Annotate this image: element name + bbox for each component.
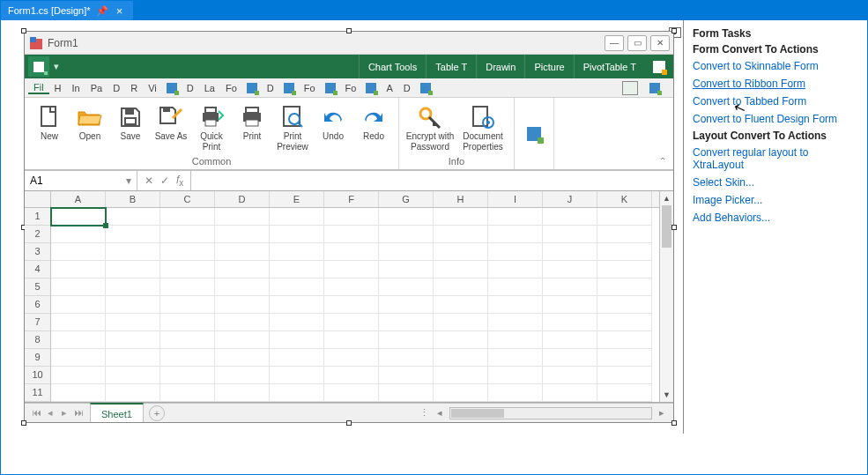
save-button[interactable]: Save [111, 101, 150, 154]
row-header[interactable]: 10 [25, 367, 51, 384]
cell[interactable] [51, 278, 106, 296]
close-button[interactable]: ✕ [650, 35, 670, 51]
horizontal-scrollbar[interactable] [449, 407, 652, 419]
cell[interactable] [324, 367, 379, 384]
col-header[interactable]: E [270, 191, 324, 207]
vertical-scrollbar[interactable]: ▲ ▼ [659, 191, 673, 402]
cell[interactable] [160, 349, 215, 367]
cell[interactable] [379, 278, 434, 296]
hscroll-right-icon[interactable]: ▸ [656, 407, 668, 419]
cell[interactable] [215, 331, 270, 349]
cell[interactable] [434, 314, 488, 331]
select-all-corner[interactable] [25, 191, 51, 207]
scroll-up-icon[interactable]: ▲ [660, 191, 673, 205]
cell[interactable] [324, 331, 379, 349]
minimize-button[interactable]: — [605, 35, 624, 51]
link-image-picker[interactable]: Image Picker... [684, 191, 867, 209]
cell[interactable] [270, 296, 324, 314]
row-header[interactable]: 8 [25, 331, 51, 349]
cell[interactable] [324, 278, 379, 296]
cell[interactable] [597, 367, 652, 384]
cell[interactable] [270, 208, 324, 226]
cell[interactable] [434, 384, 488, 402]
cell[interactable] [51, 314, 106, 331]
cell[interactable] [434, 331, 488, 349]
link-add-behaviors[interactable]: Add Behaviors... [684, 209, 867, 226]
cell[interactable] [160, 367, 215, 384]
cell[interactable] [160, 314, 215, 331]
col-header[interactable]: D [215, 191, 270, 207]
cell[interactable] [434, 243, 488, 261]
cell[interactable] [379, 384, 434, 402]
cell[interactable] [160, 384, 215, 402]
col-header[interactable]: G [379, 191, 434, 207]
fx-icon[interactable]: fx [176, 174, 183, 188]
cell[interactable] [324, 384, 379, 402]
cell[interactable] [543, 261, 597, 278]
cell[interactable] [543, 296, 597, 314]
formula-input[interactable] [191, 171, 673, 190]
cell[interactable] [215, 226, 270, 243]
cell[interactable] [51, 261, 106, 278]
form-window[interactable]: Form1 — ▭ ✕ ▾ Chart Tools Table T Drawin… [24, 31, 674, 423]
cell[interactable] [488, 261, 543, 278]
ctx-tab-d[interactable]: D [182, 83, 199, 93]
file-dropdown-button[interactable] [28, 56, 49, 77]
cancel-formula-icon[interactable]: ✕ [145, 174, 153, 187]
cell[interactable] [488, 226, 543, 243]
scroll-thumb[interactable] [662, 205, 671, 248]
row-header[interactable]: 5 [25, 278, 51, 296]
cell[interactable] [488, 384, 543, 402]
cell[interactable] [106, 278, 160, 296]
link-fluent-form[interactable]: Convert to Fluent Design Form [684, 110, 867, 128]
link-skinnable-form[interactable]: Convert to Skinnable Form [684, 57, 867, 75]
cell[interactable] [51, 349, 106, 367]
cell[interactable] [270, 243, 324, 261]
cell[interactable] [51, 208, 106, 226]
col-header[interactable]: H [434, 191, 488, 207]
design-surface[interactable]: ▸ Form1 — ▭ ✕ [1, 20, 683, 434]
cell[interactable] [270, 314, 324, 331]
cell[interactable] [160, 226, 215, 243]
save-as-button[interactable]: Save As [152, 101, 190, 154]
cell[interactable] [106, 261, 160, 278]
cell[interactable] [379, 296, 434, 314]
scroll-grip-icon[interactable]: ⋮ [418, 407, 430, 419]
cell[interactable] [379, 349, 434, 367]
cell[interactable] [597, 314, 652, 331]
cell[interactable] [160, 208, 215, 226]
col-header[interactable]: J [543, 191, 597, 207]
cell[interactable] [106, 314, 160, 331]
cell[interactable] [488, 243, 543, 261]
ctx-tab-a[interactable]: A [381, 83, 397, 93]
cell[interactable] [215, 278, 270, 296]
cell[interactable] [160, 243, 215, 261]
cell[interactable] [215, 367, 270, 384]
cell[interactable] [215, 349, 270, 367]
add-page-icon-3[interactable] [281, 81, 297, 95]
tab-file[interactable]: Fil [28, 82, 49, 94]
cell[interactable] [324, 208, 379, 226]
encrypt-button[interactable]: Encrypt with Password [404, 101, 456, 154]
cell[interactable] [597, 331, 652, 349]
redo-button[interactable]: Redo [354, 101, 393, 154]
accept-formula-icon[interactable]: ✓ [160, 174, 169, 187]
cell[interactable] [434, 261, 488, 278]
sheet-nav-last-icon[interactable]: ⏭ [72, 407, 85, 419]
print-preview-button[interactable]: Print Preview [273, 101, 312, 154]
cell[interactable] [160, 261, 215, 278]
cell[interactable] [543, 226, 597, 243]
ctx-tab-d2[interactable]: D [262, 83, 279, 93]
col-header[interactable]: B [106, 191, 160, 207]
cell[interactable] [324, 243, 379, 261]
ctx-tab-fo3[interactable]: Fo [340, 83, 362, 93]
document-tab[interactable]: Form1.cs [Design]* 📌 × [1, 1, 133, 20]
undo-button[interactable]: Undo [314, 101, 352, 154]
cell[interactable] [488, 367, 543, 384]
add-page-icon-4[interactable] [323, 81, 338, 95]
cell[interactable] [597, 296, 652, 314]
cell[interactable] [106, 384, 160, 402]
cell[interactable] [379, 243, 434, 261]
print-button[interactable]: Print [233, 101, 271, 154]
context-tab-drawing[interactable]: Drawin [476, 55, 524, 78]
